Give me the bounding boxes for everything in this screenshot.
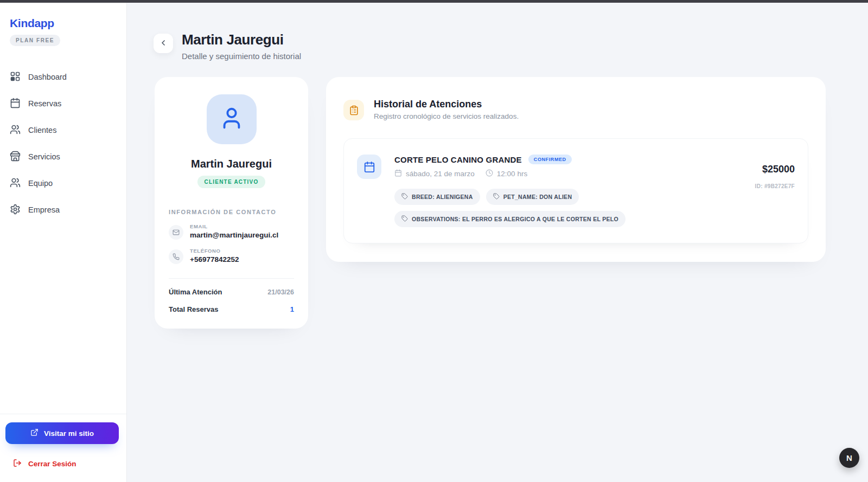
sidebar-nav: Dashboard Reservas Clientes Servicios Eq… [0,68,126,227]
history-title: Historial de Atenciones [374,99,519,110]
sidebar-item-dashboard[interactable]: Dashboard [0,68,126,86]
mail-icon [169,225,183,240]
page-header: Martin Jauregui Detalle y seguimiento de… [127,3,868,61]
email-label: EMAIL [190,223,278,229]
content-row: Martin Jauregui CLIENTE ACTIVO INFORMACI… [127,61,868,329]
client-name: Martin Jauregui [169,158,294,170]
chevron-left-icon [159,38,168,49]
sidebar: Kindapp PLAN FREE Dashboard Reservas Cli… [0,3,127,482]
browser-chrome-strip [0,0,868,3]
tag-icon [401,214,408,224]
stat-label: Última Atención [169,288,222,296]
sidebar-item-label: Equipo [28,179,53,188]
page-header-text: Martin Jauregui Detalle y seguimiento de… [182,31,301,61]
tag-observations: OBSERVATIONS: EL PERRO ES ALERGICO A QUE… [394,211,626,227]
entry-title-row: CORTE PELO CANINO GRANDE CONFIRMED [394,155,735,164]
page-subtitle: Detalle y seguimiento de historial [182,52,301,61]
plan-badge: PLAN FREE [10,35,60,46]
phone-icon [169,249,183,264]
sidebar-item-label: Dashboard [28,73,67,81]
gear-icon [10,204,21,216]
sidebar-item-label: Clientes [28,126,56,134]
stat-row-last-service: Última Atención 21/03/26 [169,288,294,296]
visit-site-label: Visitar mi sitio [44,429,94,438]
calendar-icon [10,98,21,110]
entry-time-text: 12:00 hrs [497,170,527,178]
tag-text: BREED: ALIENIGENA [412,194,473,200]
calendar-icon [394,169,402,178]
sidebar-spacer [0,227,126,414]
store-icon [10,151,21,163]
service-name: CORTE PELO CANINO GRANDE [394,155,522,164]
logout-label: Cerrar Sesión [28,460,76,468]
history-header-text: Historial de Atenciones Registro cronoló… [374,99,519,120]
sidebar-item-label: Servicios [28,152,60,161]
email-value: martin@martinjauregui.cl [190,231,278,239]
sidebar-item-equipo[interactable]: Equipo [0,174,126,192]
users-icon [10,124,21,137]
clock-icon [486,169,493,178]
history-entry[interactable]: CORTE PELO CANINO GRANDE CONFIRMED sábad… [343,138,808,243]
stat-value: 1 [290,305,294,313]
sidebar-item-reservas[interactable]: Reservas [0,94,126,113]
contact-row-email: EMAIL martin@martinjauregui.cl [169,223,294,240]
tag-text: PET_NAME: DON ALIEN [503,194,572,200]
tag-breed: BREED: ALIENIGENA [394,189,480,205]
phone-value: +56977842252 [190,255,239,264]
confirmed-badge: CONFIRMED [528,155,572,164]
stat-label: Total Reservas [169,305,219,313]
app-logo: Kindapp [10,17,117,30]
logo-block: Kindapp PLAN FREE [0,3,126,46]
stat-row-total-bookings: Total Reservas 1 [169,305,294,313]
contact-section-title: INFORMACIÓN DE CONTACTO [169,209,294,215]
back-button[interactable] [154,34,173,53]
external-link-icon [30,428,39,438]
entry-tags-row: BREED: ALIENIGENA PET_NAME: DON ALIEN [394,189,735,227]
contact-phone-text: TELÉFONO +56977842252 [190,248,239,264]
contact-row-phone: TELÉFONO +56977842252 [169,248,294,264]
users-icon [10,177,21,190]
entry-date: sábado, 21 de marzo [394,169,475,178]
history-header: Historial de Atenciones Registro cronoló… [343,99,808,120]
entry-time: 12:00 hrs [486,169,527,178]
page-title: Martin Jauregui [182,31,301,48]
entry-meta-row: sábado, 21 de marzo 12:00 hrs [394,169,735,178]
clipboard-icon [343,100,364,120]
tag-pet-name: PET_NAME: DON ALIEN [486,189,579,205]
tag-text: OBSERVATIONS: EL PERRO ES ALERGICO A QUE… [412,216,618,222]
entry-body: CORTE PELO CANINO GRANDE CONFIRMED sábad… [394,155,735,227]
stat-value: 21/03/26 [267,288,294,296]
entry-right: $25000 ID: #9B272E7F [748,155,795,189]
sidebar-item-label: Reservas [28,99,61,108]
service-history-card: Historial de Atenciones Registro cronoló… [326,77,826,262]
entry-date-text: sábado, 21 de marzo [406,170,475,178]
sidebar-item-servicios[interactable]: Servicios [0,147,126,166]
contact-email-text: EMAIL martin@martinjauregui.cl [190,223,278,239]
status-badge: CLIENTE ACTIVO [197,176,266,188]
avatar [207,94,257,144]
sidebar-bottom: Visitar mi sitio Cerrar Sesión [0,414,126,482]
sidebar-item-label: Empresa [28,205,60,214]
status-badge-wrap: CLIENTE ACTIVO [169,176,294,188]
client-profile-card: Martin Jauregui CLIENTE ACTIVO INFORMACI… [155,77,308,329]
sidebar-item-empresa[interactable]: Empresa [0,201,126,219]
divider [169,278,294,279]
dev-overlay-button[interactable]: N [839,448,859,468]
tag-icon [493,192,500,202]
user-icon [219,106,244,133]
calendar-icon [357,155,381,179]
main-content: Martin Jauregui Detalle y seguimiento de… [127,3,868,482]
sidebar-item-clientes[interactable]: Clientes [0,121,126,139]
visit-site-button[interactable]: Visitar mi sitio [5,422,119,444]
logout-button[interactable]: Cerrar Sesión [5,459,121,469]
phone-label: TELÉFONO [190,248,239,254]
entry-price: $25000 [748,164,795,175]
logout-icon [13,459,22,469]
entry-booking-id: ID: #9B272E7F [748,183,795,189]
tag-icon [401,192,408,202]
history-subtitle: Registro cronológico de servicios realiz… [374,112,519,120]
layout-grid-icon [10,71,21,83]
